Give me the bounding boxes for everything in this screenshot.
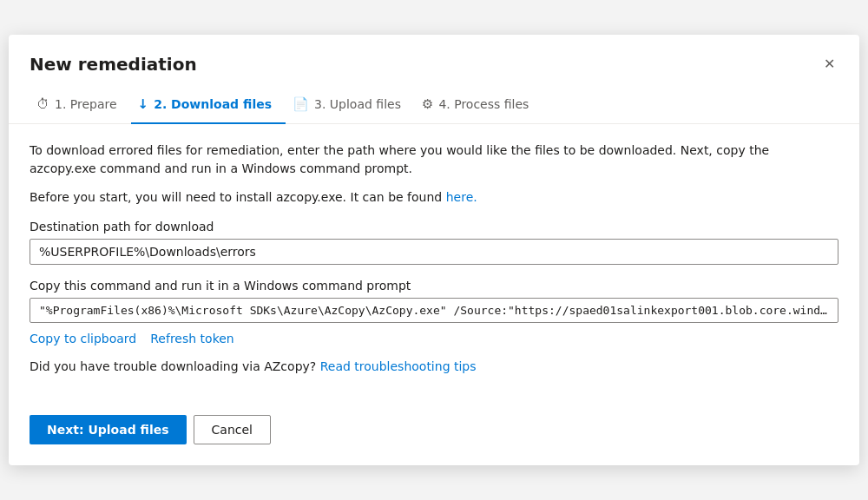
tab-prepare-label: 1. Prepare — [55, 97, 117, 111]
process-icon: ⚙ — [422, 96, 433, 112]
copy-to-clipboard-button[interactable]: Copy to clipboard — [30, 332, 136, 345]
tab-upload[interactable]: 📄 3. Upload files — [286, 89, 415, 124]
tab-process[interactable]: ⚙ 4. Process files — [415, 89, 542, 124]
tab-bar: ⏱ 1. Prepare ↓ 2. Download files 📄 3. Up… — [9, 76, 859, 124]
destination-input[interactable] — [30, 239, 838, 265]
trouble-prefix: Did you have trouble downloading via AZc… — [30, 359, 320, 373]
prepare-icon: ⏱ — [36, 96, 49, 112]
dialog-body: To download errored files for remediatio… — [9, 124, 859, 415]
tab-prepare[interactable]: ⏱ 1. Prepare — [30, 89, 131, 124]
tab-upload-label: 3. Upload files — [314, 97, 401, 111]
dialog-title: New remediation — [30, 54, 197, 75]
action-links: Copy to clipboard Refresh token — [30, 332, 838, 345]
tab-download-label: 2. Download files — [154, 97, 272, 111]
dialog-footer: Next: Upload files Cancel — [9, 415, 859, 465]
download-icon: ↓ — [138, 96, 149, 112]
troubleshooting-link[interactable]: Read troubleshooting tips — [320, 359, 477, 373]
upload-icon: 📄 — [293, 96, 309, 112]
install-note-prefix: Before you start, you will need to insta… — [30, 190, 446, 204]
trouble-note: Did you have trouble downloading via AZc… — [30, 359, 838, 373]
next-button[interactable]: Next: Upload files — [30, 415, 187, 444]
tab-download[interactable]: ↓ 2. Download files — [131, 89, 286, 124]
tab-process-label: 4. Process files — [438, 97, 529, 111]
close-button[interactable]: ✕ — [820, 52, 838, 76]
here-link[interactable]: here. — [446, 190, 477, 204]
install-note: Before you start, you will need to insta… — [30, 190, 838, 204]
command-label: Copy this command and run it in a Window… — [30, 279, 838, 293]
description-text: To download errored files for remediatio… — [30, 141, 838, 178]
destination-label: Destination path for download — [30, 220, 838, 234]
new-remediation-dialog: New remediation ✕ ⏱ 1. Prepare ↓ 2. Down… — [9, 35, 859, 465]
dialog-header: New remediation ✕ — [9, 35, 859, 76]
refresh-token-button[interactable]: Refresh token — [150, 332, 233, 345]
cancel-button[interactable]: Cancel — [194, 415, 271, 444]
command-box: "%ProgramFiles(x86)%\Microsoft SDKs\Azur… — [30, 298, 838, 323]
